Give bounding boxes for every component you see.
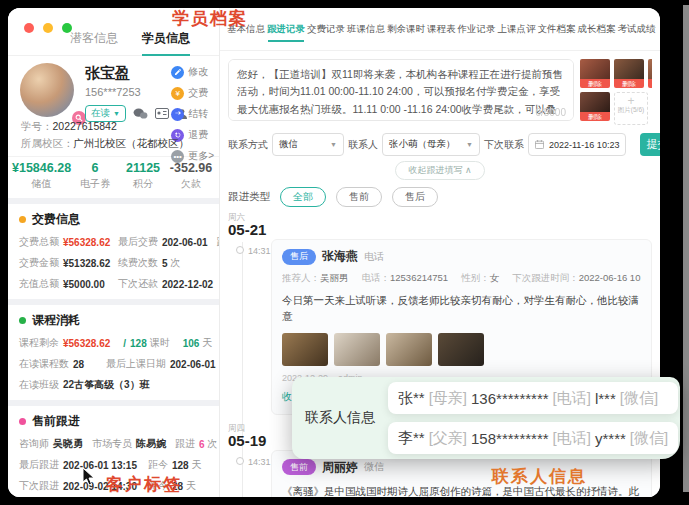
filter-aftersale-pill[interactable]: 售后 (392, 187, 438, 207)
uploaded-image[interactable]: 删除 (648, 59, 652, 88)
student-phone: 156***7253 (85, 86, 141, 98)
contact-name: 李** (398, 429, 425, 448)
tab-growth-archive[interactable]: 成长档案 (577, 8, 617, 50)
student-no-row: 学号：20227615842 (21, 118, 189, 135)
contact-way-select[interactable]: 微信▼ (272, 133, 344, 156)
timeline-gutter: 14:31 (228, 239, 271, 423)
char-counter: 0/5000 (535, 107, 566, 118)
uploaded-image[interactable]: 删除 (580, 92, 610, 125)
contact-wechat: y**** (595, 430, 626, 447)
tab-file-archive[interactable]: 文件档案 (537, 8, 577, 50)
filter-all-pill[interactable]: 全部 (280, 187, 326, 207)
followup-textarea[interactable]: 您好，【正道培训】双11即将来袭，本机构各种课程正在进行提前预售活动，时间为11… (228, 59, 574, 121)
tab-followup-records[interactable]: 跟进记录 (266, 8, 306, 50)
upload-thumbnails: 删除 删除 删除 删除 +图片(5/6) (580, 59, 652, 125)
pay-button[interactable]: ¥ 交费 (171, 86, 214, 100)
presale-row: 咨询师吴晓勇 市场专员陈易婉 跟进6次 (19, 437, 208, 451)
student-sidebar: 潜客信息 学员信息 张宝盈 156***7253 在读▼ (8, 8, 220, 497)
entry-type-badge: 售前 (282, 459, 316, 475)
tab-class-reviews[interactable]: 上课点评 (497, 8, 537, 50)
maximize-traffic-light-icon[interactable] (62, 23, 72, 33)
edit-button[interactable]: 修改 (171, 65, 214, 79)
desktop-scrollbar-strip[interactable] (683, 5, 689, 492)
tab-class-info[interactable]: 班课信息 (346, 8, 386, 50)
filter-presale-pill[interactable]: 售前 (336, 187, 382, 207)
contact-phone: 136********* (471, 390, 549, 407)
tab-prospect-info[interactable]: 潜客信息 (70, 30, 118, 47)
tab-homework[interactable]: 作业记录 (457, 8, 497, 50)
contact-name: 张** (398, 389, 425, 408)
stat-points: 21125积分 (119, 161, 167, 191)
delete-image-button[interactable]: 删除 (648, 79, 652, 88)
contact-row-mother: 张**[母亲] 136*********[电话] l***[微信] (388, 382, 678, 414)
timeline-date: 05-21 (228, 222, 652, 238)
course-row: 在读课程数28 最后上课日期202-06-01 距今128天 (19, 357, 208, 371)
course-usage-title: 课程消耗 (19, 312, 208, 329)
photo-thumbnail[interactable] (386, 333, 432, 366)
photo-thumbnail (580, 59, 610, 79)
tab-payment-records[interactable]: 交费记录 (306, 8, 346, 50)
chevron-down-icon: ▼ (330, 141, 337, 148)
student-profile: 张宝盈 156***7253 在读▼ (8, 56, 219, 156)
entry-header: 售后 张海燕 电话 (282, 248, 641, 265)
delete-image-button[interactable]: 删除 (614, 79, 644, 88)
detail-tabs: 基本信息 跟进记录 交费记录 班课信息 剩余课时 课程表 作业记录 上课点评 文… (220, 8, 660, 51)
entry-channel: 微信 (364, 460, 384, 474)
contact-person-select[interactable]: 张小萌（母亲）▼ (382, 133, 480, 156)
filter-label: 跟进类型 (228, 190, 270, 204)
photo-thumbnail[interactable] (282, 333, 328, 366)
campus: 广州北校区（花都校区） (74, 137, 190, 149)
add-image-button[interactable]: +图片(5/6) (614, 92, 648, 125)
uploaded-image[interactable]: 删除 (614, 59, 644, 88)
avatar[interactable] (20, 63, 74, 117)
section-bullet (19, 216, 26, 223)
course-usage-card: 课程消耗 课程剩余¥56328.62 /128课时 106天 在读课程数28 最… (8, 305, 219, 400)
plus-icon: + (615, 96, 647, 106)
yen-icon: ¥ (171, 87, 184, 100)
section-bullet (19, 317, 26, 324)
entry-meta: 推荐人：吴丽男 电话：12536214751 性别：女 下次跟进时间：2022-… (282, 272, 641, 285)
entry-channel: 电话 (364, 250, 384, 264)
window-controls (24, 23, 72, 33)
tab-timetable[interactable]: 课程表 (426, 8, 457, 50)
tab-exam-scores[interactable]: 考试成绩 (617, 8, 657, 50)
calendar-icon (535, 140, 544, 149)
presale-title: 售前跟进 (19, 413, 208, 430)
timeline-time: 14:31 (248, 246, 271, 256)
timeline-gutter: 14:31 (228, 450, 271, 497)
submit-button[interactable]: 提交 (640, 133, 660, 156)
followup-form: 联系方式 微信▼ 联系人 张小萌（母亲）▼ 下次联系 2022-11-16 10… (228, 133, 652, 156)
campus-row: 所属校区：广州北校区（花都校区） (21, 135, 189, 152)
entry-content: 《离骚》是中国战国时期诗人屈原创作的诗篇，是中国古代最长的抒情诗。此诗以诗人自述… (282, 483, 641, 497)
delete-image-button[interactable]: 删除 (580, 79, 610, 88)
collapse-form-button[interactable]: 收起跟进填写 ∧ (395, 161, 484, 180)
photo-thumbnail[interactable] (438, 333, 484, 366)
photo-thumbnail[interactable] (334, 333, 380, 366)
close-traffic-light-icon[interactable] (24, 23, 34, 33)
tab-remaining-lessons[interactable]: 剩余课时 (386, 8, 426, 50)
entry-type-badge: 售后 (282, 249, 316, 265)
contact-overlay-label: 联系人信息 (292, 377, 388, 459)
timeline-time: 14:31 (248, 457, 271, 467)
course-row: 课程剩余¥56328.62 /128课时 106天 (19, 336, 208, 350)
payment-row: 充值总额¥5000.00 下次还款2022-12-02 (19, 277, 208, 291)
payment-info-title: 交费信息 (19, 211, 208, 228)
payment-row: 交费总额¥56328.62 最后交费202-06-01 距今1128天 (19, 235, 208, 249)
entry-header: 售前 周丽婷 微信 (282, 459, 641, 476)
annotation-student-archive: 学员档案 (172, 7, 248, 30)
profile-meta: 学号：20227615842 所属校区：广州北校区（花都校区） (21, 118, 189, 152)
contact-phone: 158********* (471, 430, 549, 447)
uploaded-image[interactable]: 删除 (580, 59, 610, 88)
stat-arrears: -352.96欠款 (167, 161, 215, 191)
entry-images (282, 333, 641, 366)
payment-info-card: 交费信息 交费总额¥56328.62 最后交费202-06-01 距今1128天… (8, 204, 219, 299)
next-contact-date-input[interactable]: 2022-11-16 10:23 (528, 133, 626, 156)
course-row: 在读班级22古筝高级（3）班 (19, 378, 208, 392)
minimize-traffic-light-icon[interactable] (43, 23, 53, 33)
contact-person-label: 联系人 (348, 138, 378, 152)
tab-student-info[interactable]: 学员信息 (142, 30, 190, 47)
student-name: 张宝盈 (85, 64, 130, 83)
delete-image-button[interactable]: 删除 (580, 112, 610, 121)
stat-coupons: 6电子券 (71, 161, 119, 191)
photo-thumbnail (614, 59, 644, 79)
